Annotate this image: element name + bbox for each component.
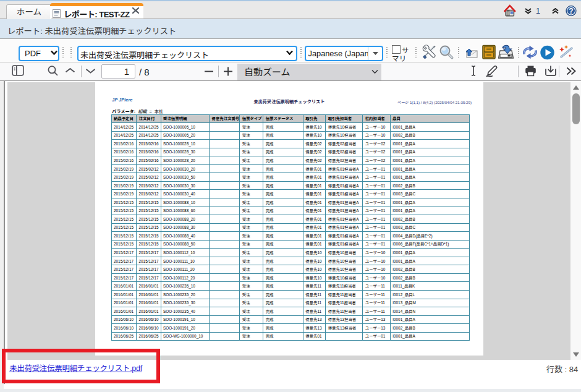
svg-text:?: ? xyxy=(569,7,573,15)
